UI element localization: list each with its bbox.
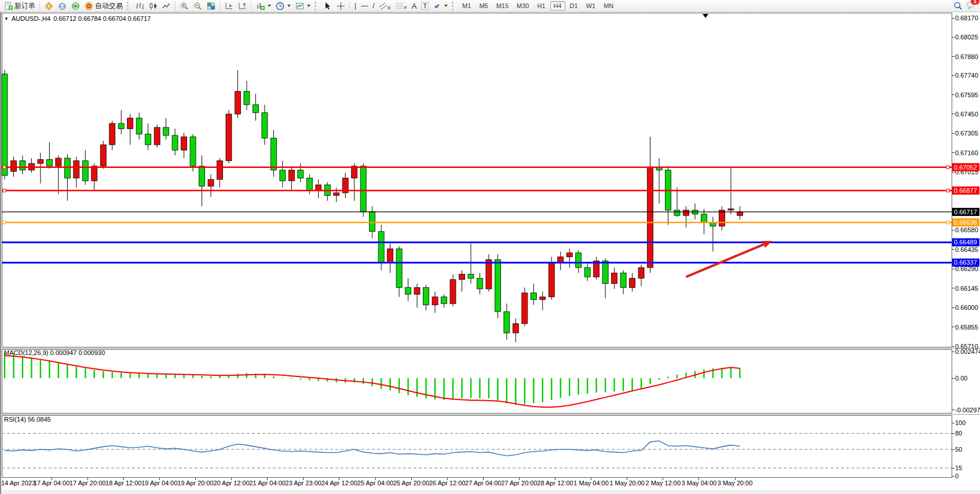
trendline-icon: / bbox=[372, 2, 374, 10]
price-axis-tick: 0.67160 bbox=[955, 149, 978, 156]
window-bottom-strip bbox=[0, 490, 980, 494]
candlestick-icon bbox=[149, 2, 158, 10]
time-axis-label: 17 Apr 04:00 bbox=[34, 480, 70, 486]
time-axis-label: 3 May 04:00 bbox=[682, 480, 717, 486]
timeframe-h1[interactable]: H1 bbox=[533, 1, 548, 10]
timeframe-w1[interactable]: W1 bbox=[583, 1, 599, 10]
zoom-in-icon bbox=[180, 2, 189, 10]
price-axis-tick: 0.67450 bbox=[955, 111, 978, 118]
price-axis-tick: 0.66145 bbox=[955, 285, 978, 292]
candlestick-chart-type-button[interactable] bbox=[147, 1, 160, 11]
chart-shift-button[interactable] bbox=[236, 1, 249, 11]
crosshair-button[interactable] bbox=[334, 1, 348, 11]
fibonacci-f-label: F bbox=[404, 5, 407, 10]
timeframe-m15[interactable]: M15 bbox=[493, 1, 512, 10]
text-label-icon: T bbox=[421, 2, 429, 10]
timeframe-m5[interactable]: M5 bbox=[476, 1, 491, 10]
separator bbox=[220, 2, 221, 10]
price-axis-tick: 0.67595 bbox=[955, 92, 978, 98]
time-axis-label: 3 May 20:00 bbox=[718, 480, 753, 486]
indicators-icon bbox=[256, 2, 265, 10]
cursor-button[interactable] bbox=[321, 1, 334, 11]
periods-dropdown-caret bbox=[287, 5, 291, 7]
arrows-tool-icon bbox=[433, 2, 441, 10]
price-axis-tick: 0.66000 bbox=[955, 304, 978, 311]
channel-icon bbox=[379, 2, 388, 10]
time-axis-label: 19 Apr 04:00 bbox=[141, 480, 177, 486]
separator bbox=[251, 2, 252, 10]
rsi-axis-tick: 50 bbox=[955, 446, 962, 453]
auto-scroll-button[interactable] bbox=[222, 1, 236, 11]
indicators-button[interactable] bbox=[254, 1, 273, 11]
new-order-button[interactable]: 新订单 bbox=[2, 1, 38, 11]
vertical-line-tool[interactable]: | bbox=[352, 1, 359, 11]
clock-icon bbox=[276, 2, 284, 10]
notification-badge: 1 bbox=[971, 0, 979, 5]
zoom-in-button[interactable] bbox=[178, 1, 191, 11]
auto-scroll-icon bbox=[225, 2, 233, 10]
time-axis-label: 20 Apr 12:00 bbox=[213, 480, 249, 486]
time-axis-label: 1 May 04:00 bbox=[573, 480, 609, 486]
zoom-out-button[interactable] bbox=[191, 1, 204, 11]
equidistant-channel-tool[interactable]: E bbox=[376, 1, 393, 11]
fibonacci-tool[interactable]: F bbox=[393, 1, 409, 11]
trendline-tool[interactable]: / bbox=[370, 1, 376, 11]
signal-icon bbox=[71, 2, 80, 10]
timeframe-m30[interactable]: M30 bbox=[513, 1, 532, 10]
chart-canvas[interactable]: 0.681700.680250.678800.677400.675950.674… bbox=[0, 0, 980, 494]
horizontal-line-tool[interactable]: — bbox=[359, 1, 370, 11]
line-chart-type-button[interactable] bbox=[160, 1, 173, 11]
signals-button[interactable] bbox=[69, 1, 82, 11]
time-axis-label: 26 Apr 12:00 bbox=[429, 480, 465, 486]
bar-chart-type-button[interactable] bbox=[133, 1, 147, 11]
timeframe-d1[interactable]: D1 bbox=[566, 1, 582, 10]
symbol-dropdown-icon[interactable]: ▼ bbox=[4, 16, 9, 21]
timeframe-mn[interactable]: MN bbox=[600, 1, 617, 10]
fibonacci-icon bbox=[396, 2, 405, 10]
community-button[interactable] bbox=[56, 1, 69, 11]
rsi-axis-tick: 80 bbox=[955, 430, 962, 437]
window-left-edge bbox=[0, 12, 1, 494]
price-axis-tick: 0.66435 bbox=[955, 246, 978, 253]
text-label-tool[interactable]: T bbox=[419, 1, 431, 11]
cursor-arrow-icon bbox=[323, 2, 332, 10]
time-axis-label: 14 Apr 2023 bbox=[1, 480, 35, 486]
time-axis-label: 25 Apr 20:00 bbox=[393, 480, 429, 486]
timeframe-h4[interactable]: H4 bbox=[550, 1, 565, 10]
trading-terminal-window: 新订单 bbox=[0, 0, 980, 494]
price-badge-value: 0.66638 bbox=[954, 219, 977, 226]
toolbar-right-group: 1 bbox=[953, 1, 978, 12]
auto-trading-button[interactable]: 自动交易 bbox=[82, 1, 125, 11]
macd-axis-tick: 0.00 bbox=[955, 375, 967, 382]
mql5-gold-button[interactable] bbox=[42, 1, 56, 11]
text-tool-icon: A bbox=[412, 2, 417, 10]
price-axis-tick: 0.67880 bbox=[955, 53, 978, 60]
price-badge-value: 0.66489 bbox=[954, 239, 977, 246]
periods-button[interactable] bbox=[273, 1, 293, 11]
time-axis-label: 27 Apr 20:00 bbox=[501, 480, 537, 486]
ohlc-bars-icon bbox=[136, 2, 144, 10]
tile-windows-icon bbox=[207, 2, 215, 10]
text-tool[interactable]: A bbox=[409, 1, 419, 11]
separator bbox=[175, 2, 176, 10]
search-icon[interactable] bbox=[953, 1, 963, 10]
rsi-indicator-label: RSI(14) 56.0845 bbox=[4, 416, 51, 423]
separator bbox=[39, 2, 41, 10]
chat-button[interactable]: 1 bbox=[966, 1, 976, 12]
timeframe-m1[interactable]: M1 bbox=[459, 1, 474, 10]
templates-button[interactable] bbox=[293, 1, 313, 11]
price-axis-tick: 0.67305 bbox=[955, 130, 978, 137]
chart-ohlc-readout: 0.66712 0.66784 0.66704 0.66717 bbox=[53, 15, 151, 22]
arrows-tool[interactable] bbox=[431, 1, 450, 11]
macd-indicator-label: MACD(12,26,9) 0.000947 0.000930 bbox=[4, 349, 105, 356]
time-axis-label: 27 Apr 04:00 bbox=[465, 480, 501, 486]
chart-title: ▼ AUDUSD-,H4 0.66712 0.66784 0.66704 0.6… bbox=[4, 15, 151, 22]
vertical-line-icon: | bbox=[354, 2, 356, 10]
rsi-axis-tick: 100 bbox=[955, 419, 966, 426]
toolbar-grip bbox=[452, 2, 456, 10]
tile-windows-button[interactable] bbox=[204, 1, 218, 11]
price-axis-tick: 0.68025 bbox=[955, 34, 978, 41]
templates-dropdown-caret bbox=[307, 5, 310, 7]
rsi-axis-tick: 15 bbox=[955, 464, 962, 471]
price-axis-tick: 0.66580 bbox=[955, 226, 978, 233]
